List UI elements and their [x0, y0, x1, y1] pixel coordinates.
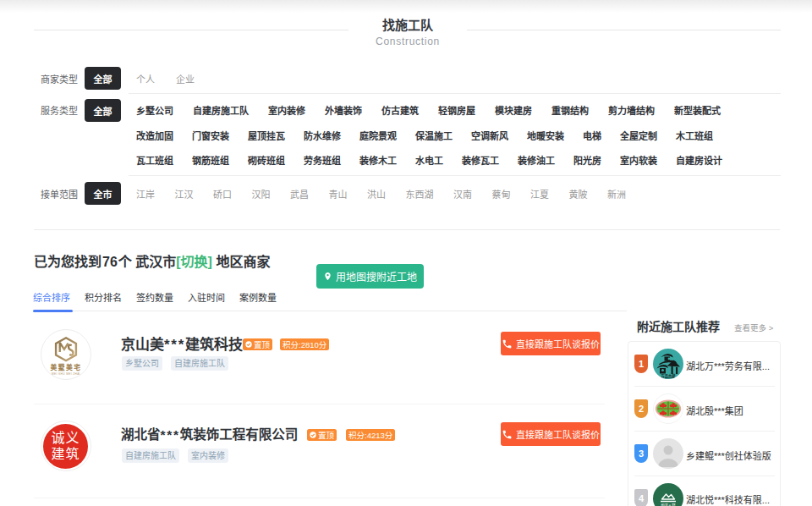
svg-text:万品古建: 万品古建: [661, 373, 677, 379]
svg-text:美墅美宅: 美墅美宅: [50, 363, 81, 371]
svg-text:MEI SHU MEI ZHAI: MEI SHU MEI ZHAI: [52, 372, 80, 376]
svg-text:悦美乡墅: 悦美乡墅: [661, 502, 676, 506]
